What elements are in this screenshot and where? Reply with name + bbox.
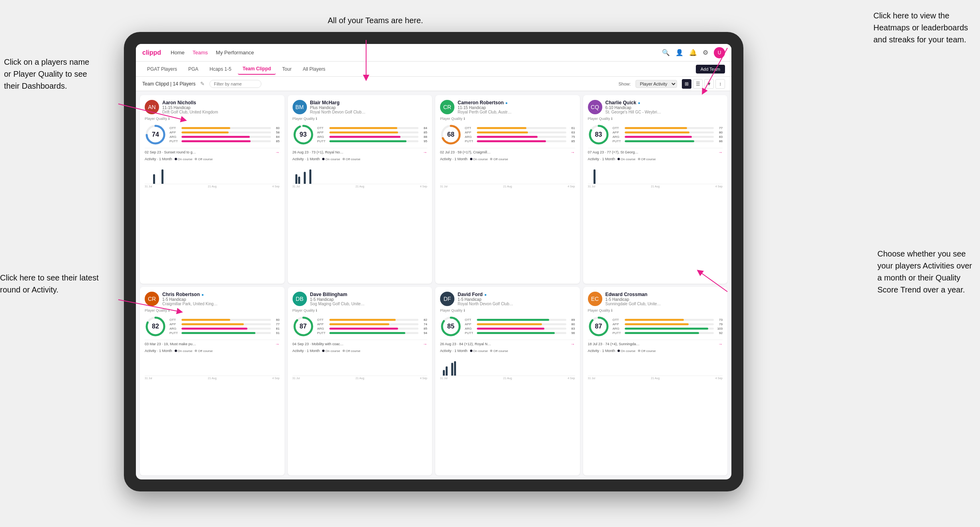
show-select[interactable]: Player Activity xyxy=(635,80,677,88)
verified-icon: ● xyxy=(505,101,508,105)
settings-icon[interactable]: ⚙ xyxy=(703,49,708,56)
bell-icon[interactable]: 🔔 xyxy=(689,49,697,56)
subtab-team-clippd[interactable]: Team Clippd xyxy=(238,64,276,75)
legend-off-course: Off course xyxy=(638,349,656,353)
activity-legend: On course Off course xyxy=(322,349,361,353)
quality-section[interactable]: 93 OTT 84 APP 85 ARG xyxy=(293,124,428,145)
chart-label: 4 Sep xyxy=(272,377,279,380)
player-name[interactable]: Dave Billingham xyxy=(310,292,428,297)
stat-row-arg: ARG 88 xyxy=(317,135,428,139)
activity-section: Activity · 1 Month On course Off course … xyxy=(588,349,723,380)
latest-round[interactable]: 26 Aug 23 · 84 (+12), Royal North Devon … xyxy=(440,340,575,346)
latest-round[interactable]: 02 Jul 23 · 59 (+17), Craigmillar Park G… xyxy=(440,148,575,155)
player-avatar: CR xyxy=(145,292,159,306)
user-avatar[interactable]: U xyxy=(714,47,725,58)
activity-label: Activity · 1 Month xyxy=(145,349,172,353)
app-logo: clippd xyxy=(142,49,161,56)
legend-off-course: Off course xyxy=(490,349,508,353)
quality-section[interactable]: 85 OTT 89 APP 80 ARG xyxy=(440,316,575,337)
quality-section[interactable]: 74 OTT 60 APP 58 ARG xyxy=(145,124,280,145)
stat-row-putt: PUTT 94 xyxy=(317,331,428,335)
subtab-pgat[interactable]: PGAT Players xyxy=(142,64,182,74)
quality-section[interactable]: 87 OTT 82 APP 74 ARG xyxy=(293,316,428,337)
latest-round[interactable]: 07 Aug 23 · 77 (+7), St George's Hill GC… xyxy=(588,148,723,155)
edit-icon[interactable]: ✎ xyxy=(200,81,205,87)
subtab-pga[interactable]: PGA xyxy=(183,64,203,74)
legend-on-course: On course xyxy=(175,157,193,161)
filter-button[interactable]: ▼ xyxy=(704,79,714,89)
player-avatar: DF xyxy=(440,292,454,306)
latest-round[interactable]: 02 Sep 23 · Sunset round to get back int… xyxy=(145,148,280,155)
chart-label: 21 Aug xyxy=(356,377,365,380)
player-card-7[interactable]: EC Edward Crossman 1-5 Handicap Sunningd… xyxy=(583,287,728,475)
activity-label-row: Activity · 1 Month On course Off course xyxy=(440,349,575,353)
nav-my-performance[interactable]: My Performance xyxy=(216,48,254,57)
latest-round[interactable]: 04 Sep 23 · Mobility with coach, Gym → xyxy=(293,340,428,346)
nav-home[interactable]: Home xyxy=(171,48,185,57)
player-name[interactable]: Blair McHarg xyxy=(310,100,428,105)
annotation-left-bottom: Click here to see their latestround or A… xyxy=(0,272,99,296)
chart-label: 4 Sep xyxy=(420,185,427,188)
quality-label: Player Quality ℹ xyxy=(588,117,723,121)
list-view-button[interactable]: ☰ xyxy=(693,79,703,89)
annotation-right-bottom: Choose whether you seeyour players Activ… xyxy=(877,248,972,296)
player-name[interactable]: Cameron Robertson ● xyxy=(458,100,575,105)
player-card-1[interactable]: BM Blair McHarg Plus Handicap Royal Nort… xyxy=(288,95,432,284)
search-input[interactable] xyxy=(209,80,261,88)
subtab-all-players[interactable]: All Players xyxy=(298,64,330,74)
activity-section: Activity · 1 Month On course Off course … xyxy=(145,157,280,188)
player-card-2[interactable]: CR Cameron Robertson ● 11-15 Handicap Ro… xyxy=(435,95,580,284)
player-name[interactable]: David Ford ● xyxy=(458,292,575,297)
stats-grid: OTT 60 APP 77 ARG 81 PU xyxy=(169,318,280,335)
player-card-0[interactable]: AN Aaron Nicholls 11-15 Handicap Drift G… xyxy=(140,95,285,284)
latest-round[interactable]: 03 Mar 23 · 19, Must make putting → xyxy=(145,340,280,346)
stat-row-ott: OTT 77 xyxy=(613,126,723,130)
quality-section[interactable]: 82 OTT 60 APP 77 ARG xyxy=(145,316,280,337)
player-card-4[interactable]: CR Chris Robertson ● 1-5 Handicap Craigm… xyxy=(140,287,285,475)
quality-section[interactable]: 83 OTT 77 APP 80 ARG xyxy=(588,124,723,145)
stat-row-putt: PUTT 92 xyxy=(613,331,723,335)
player-name[interactable]: Aaron Nicholls xyxy=(162,100,280,105)
ipad-frame: clippd Home Teams My Performance 🔍 👤 🔔 ⚙… xyxy=(124,32,743,491)
latest-round-arrow: → xyxy=(718,150,723,155)
latest-round[interactable]: 18 Jul 23 · 74 (+4), Sunningdale GC - Ol… xyxy=(588,340,723,346)
player-card-3[interactable]: CQ Charlie Quick ● 6-10 Handicap St. Geo… xyxy=(583,95,728,284)
quality-number: 87 xyxy=(300,323,307,330)
player-name[interactable]: Charlie Quick ● xyxy=(606,100,723,105)
subtab-hcaps[interactable]: Hcaps 1-5 xyxy=(205,64,236,74)
quality-section[interactable]: 68 OTT 61 APP 63 ARG xyxy=(440,124,575,145)
player-name[interactable]: Chris Robertson ● xyxy=(162,292,280,297)
profile-icon[interactable]: 👤 xyxy=(675,49,683,56)
chart-area xyxy=(440,354,575,376)
activity-legend: On course Off course xyxy=(175,349,213,353)
stat-row-arg: ARG 83 xyxy=(613,135,723,139)
sort-button[interactable]: ↕ xyxy=(715,79,725,89)
latest-round-arrow: → xyxy=(423,342,427,346)
player-card-6[interactable]: DF David Ford ● 1-5 Handicap Royal North… xyxy=(435,287,580,475)
verified-icon: ● xyxy=(638,101,640,105)
grid-view-button[interactable]: ⊞ xyxy=(682,79,691,89)
chart-label: 4 Sep xyxy=(272,185,279,188)
nav-teams[interactable]: Teams xyxy=(193,48,208,57)
stats-grid: OTT 84 APP 85 ARG 88 PU xyxy=(317,126,428,143)
quality-section[interactable]: 87 OTT 73 APP 79 ARG xyxy=(588,316,723,337)
legend-off-course: Off course xyxy=(490,157,508,161)
stats-grid: OTT 77 APP 80 ARG 83 PU xyxy=(613,126,723,143)
add-team-button[interactable]: Add Team xyxy=(696,65,725,74)
player-name[interactable]: Edward Crossman xyxy=(606,292,723,297)
latest-round-text: 26 Aug 23 · 84 (+12), Royal North Devon … xyxy=(440,342,492,346)
stat-row-putt: PUTT 85 xyxy=(465,139,575,143)
player-info: David Ford ● 1-5 Handicap Royal North De… xyxy=(458,292,575,306)
player-card-5[interactable]: DB Dave Billingham 1-5 Handicap Sog Magi… xyxy=(288,287,432,475)
chart-label: 31 Jul xyxy=(145,377,152,380)
latest-round[interactable]: 26 Aug 23 · 73 (+1), Royal North Devon G… xyxy=(293,148,428,155)
quality-circle: 87 xyxy=(588,316,610,337)
search-icon[interactable]: 🔍 xyxy=(662,49,670,56)
quality-number: 74 xyxy=(152,131,159,138)
subtab-tour[interactable]: Tour xyxy=(277,64,296,74)
player-club: Sog Maging Golf Club, United Kingdom xyxy=(310,302,366,306)
player-card-header: CR Cameron Robertson ● 11-15 Handicap Ro… xyxy=(440,100,575,114)
stat-row-arg: ARG 84 xyxy=(169,135,280,139)
legend-off-course: Off course xyxy=(195,349,213,353)
chart-labels: 31 Jul21 Aug4 Sep xyxy=(145,185,280,188)
